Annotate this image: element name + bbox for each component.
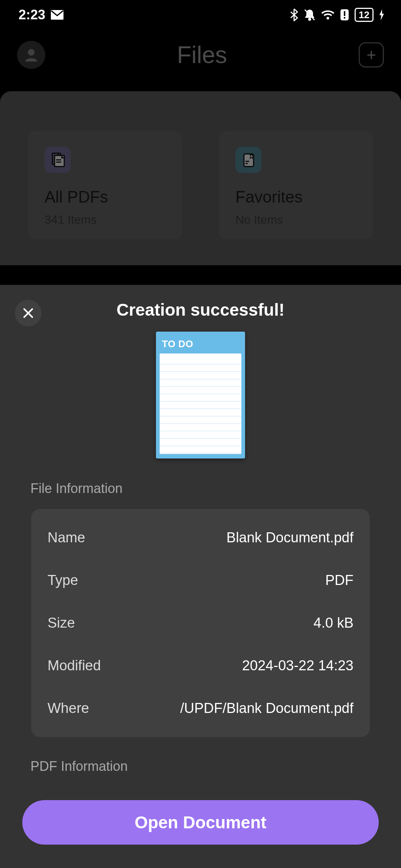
battery-icon: 12 [355, 8, 374, 22]
svg-rect-6 [344, 11, 345, 16]
battery-percent: 12 [359, 9, 369, 21]
thumb-label: TO DO [160, 335, 241, 354]
info-row-size: Size 4.0 kB [48, 602, 353, 644]
status-left: 2:23 [19, 7, 64, 23]
info-key: Name [48, 530, 85, 546]
charging-icon [379, 9, 385, 21]
svg-point-4 [327, 17, 329, 20]
info-row-modified: Modified 2024-03-22 14:23 [48, 644, 353, 687]
info-value: 2024-03-22 14:23 [242, 658, 353, 674]
document-thumbnail: TO DO [156, 332, 245, 458]
thumb-page [160, 354, 241, 454]
status-bar: 2:23 12 [0, 0, 401, 30]
alert-icon [340, 9, 349, 21]
svg-rect-7 [344, 17, 345, 19]
info-row-type: Type PDF [48, 559, 353, 602]
bell-mute-icon [303, 8, 316, 22]
mail-icon [50, 10, 64, 20]
status-right: 12 [290, 8, 385, 22]
close-button[interactable] [15, 300, 42, 326]
pdf-info-label: PDF Information [30, 759, 375, 774]
info-key: Size [48, 615, 75, 631]
file-info-label: File Information [30, 481, 375, 496]
open-document-button[interactable]: Open Document [22, 800, 379, 845]
file-info-panel: Name Blank Document.pdf Type PDF Size 4.… [31, 509, 370, 737]
wifi-icon [321, 10, 335, 20]
status-time: 2:23 [19, 7, 45, 23]
info-value: 4.0 kB [313, 615, 353, 631]
background-page: Files + All PDFs 341 Items Favorites No … [0, 30, 401, 868]
info-key: Type [48, 572, 78, 588]
info-value: /UPDF/Blank Document.pdf [180, 700, 353, 716]
info-key: Modified [48, 658, 101, 674]
creation-sheet: Creation successful! TO DO File Informat… [0, 285, 401, 868]
info-row-name: Name Blank Document.pdf [48, 516, 353, 559]
info-value: Blank Document.pdf [226, 530, 353, 546]
bluetooth-icon [290, 8, 298, 22]
info-row-where: Where /UPDF/Blank Document.pdf [48, 687, 353, 730]
info-key: Where [48, 700, 89, 716]
sheet-header: Creation successful! [15, 300, 386, 320]
sheet-title: Creation successful! [117, 300, 284, 320]
close-icon [22, 307, 34, 319]
svg-point-1 [308, 18, 311, 21]
open-button-label: Open Document [134, 812, 266, 832]
info-value: PDF [325, 572, 353, 588]
